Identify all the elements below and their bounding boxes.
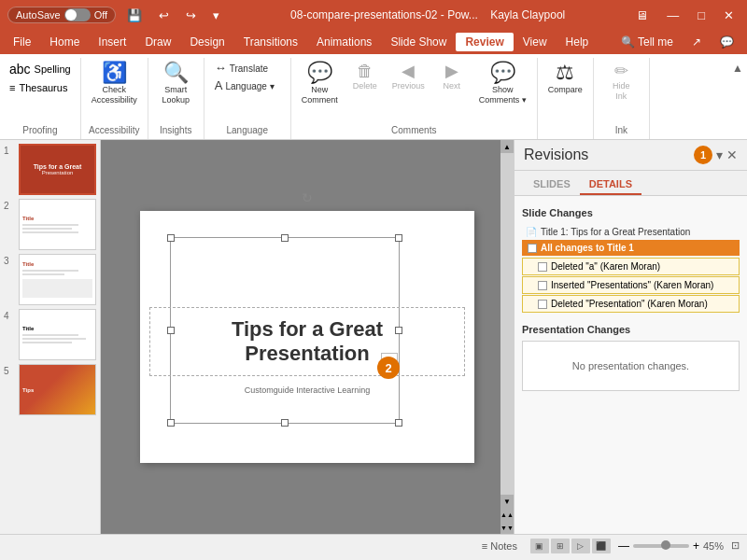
all-changes-bar[interactable]: All changes to Title 1 [522,240,740,256]
zoom-slider[interactable] [633,544,689,548]
revisions-body: Slide Changes 📄 Title 1: Tips for a Grea… [514,196,747,534]
menu-animations[interactable]: Animations [307,33,381,51]
smart-lookup-button[interactable]: 🔍 SmartLookup [157,60,194,108]
rotate-handle[interactable]: ↻ [302,190,313,205]
change-2-checkbox[interactable] [538,281,547,290]
all-changes-checkbox[interactable] [528,244,537,253]
slide-image-3[interactable]: Title [19,254,96,305]
rev-title-item[interactable]: 📄 Title 1: Tips for a Great Presentation [522,224,740,240]
save-button[interactable]: 💾 [121,7,148,24]
spelling-button[interactable]: abc Spelling [6,60,75,78]
ribbon-toggle-button[interactable]: 🖥 [630,7,654,24]
slide-thumb-4[interactable]: 4 Title [4,309,96,360]
menu-transitions[interactable]: Transitions [234,33,307,51]
slide-image-1[interactable]: Tips for a Great Presentation [19,144,96,195]
ribbon-group-proofing: abc Spelling ≡ Thesaurus Proofing [0,58,81,139]
menu-insert[interactable]: Insert [89,33,135,51]
slide-thumb-2[interactable]: 2 Title [4,199,96,250]
zoom-out-button[interactable]: — [618,539,629,553]
undo-button[interactable]: ↩ [153,7,175,24]
change-1-checkbox[interactable] [538,262,547,272]
slide-canvas[interactable]: ↻ Tips for a Great Presentation Customgu… [140,211,474,463]
slideshow-view-button[interactable]: ⬛ [592,539,611,553]
slide-thumb-3[interactable]: 3 Title [4,254,96,305]
revisions-panel: Revisions 1 ▾ ✕ SLIDES DETAILS Slide Cha… [514,140,747,534]
menu-help[interactable]: Help [557,33,599,51]
view-icons: ▣ ⊞ ▷ ⬛ [530,539,611,553]
thesaurus-button[interactable]: ≡ Thesaurus [6,80,71,95]
menu-review[interactable]: Review [456,33,513,51]
scroll-bottom-button[interactable]: ▼▼ [500,521,514,534]
comments-button[interactable]: 💬 [711,33,743,51]
tell-me[interactable]: 🔍 Tell me [612,33,683,51]
revisions-title: Revisions [524,147,588,163]
ribbon-group-language: ↔ Translate A Language ▾ Language [204,58,291,139]
new-comment-button[interactable]: 💬 NewComment [297,60,343,108]
normal-view-button[interactable]: ▣ [530,539,549,553]
rev-title-label: Title 1: Tips for a Great Presentation [541,227,690,237]
status-right: ≡ Notes ▣ ⊞ ▷ ⬛ — + 45% ⊡ [476,539,740,553]
accessibility-label: Accessibility [87,123,142,139]
ribbon-collapse-button[interactable]: ▲ [732,62,743,75]
slide-title[interactable]: Tips for a Great Presentation [149,307,465,376]
notes-label: Notes [490,540,517,552]
tab-details[interactable]: DETAILS [580,175,641,195]
menu-slideshow[interactable]: Slide Show [381,33,456,51]
next-comment-button[interactable]: ▶ Next [433,60,471,93]
slide-thumb-5[interactable]: 5 Tips [4,364,96,415]
delete-comment-button[interactable]: 🗑 Delete [346,60,384,93]
compare-button[interactable]: ⚖ Compare [543,60,587,97]
menu-file[interactable]: File [4,33,40,51]
main-area: 1 Tips for a Great Presentation 2 Title [0,140,747,534]
menu-design[interactable]: Design [180,33,233,51]
notes-button[interactable]: ≡ Notes [476,539,523,553]
title-bar-right: 🖥 — □ ✕ [630,7,740,24]
scroll-up-button[interactable]: ▲ [500,140,514,153]
change-item-3[interactable]: Deleted "Presentation" (Karen Moran) [522,295,740,313]
change-3-checkbox[interactable] [538,300,547,309]
revisions-panel-close[interactable]: ✕ [726,147,738,162]
language-button[interactable]: A Language ▾ [210,77,285,94]
change-item-2[interactable]: Inserted "Presentations" (Karen Moran) [522,276,740,294]
autosave-toggle[interactable] [64,8,91,21]
revisions-header: Revisions 1 ▾ ✕ [514,140,747,171]
ribbon-group-comments: 💬 NewComment 🗑 Delete ◀ Previous ▶ Next … [291,58,538,139]
ink-label: Ink [599,123,643,139]
share-button[interactable]: ↗ [683,33,711,51]
scroll-top-button[interactable]: ▲▲ [500,508,514,521]
autosave-badge[interactable]: AutoSave Off [7,7,116,23]
slide-image-4[interactable]: Title [19,309,96,360]
change-item-1[interactable]: Deleted "a" (Karen Moran) [522,258,740,275]
redo-button[interactable]: ↪ [180,7,202,24]
badge-2: 2 [377,357,400,379]
proofing-label: Proofing [6,123,75,139]
language-label: Language [210,123,285,139]
check-accessibility-button[interactable]: ♿ CheckAccessibility [87,60,142,108]
zoom-thumb[interactable] [661,540,670,550]
menu-view[interactable]: View [514,33,557,51]
slide-image-2[interactable]: Title [19,199,96,250]
slide-thumb-1[interactable]: 1 Tips for a Great Presentation [4,144,96,195]
reading-view-button[interactable]: ▷ [571,539,590,553]
translate-button[interactable]: ↔ Translate [210,60,285,77]
zoom-in-button[interactable]: + [693,539,699,553]
maximize-button[interactable]: □ [692,7,711,24]
tab-slides[interactable]: SLIDES [524,175,580,195]
autosave-label: AutoSave [16,9,61,21]
minimize-button[interactable]: — [661,7,684,24]
customize-button[interactable]: ▾ [207,7,225,24]
close-button[interactable]: ✕ [718,7,740,24]
menu-home[interactable]: Home [40,33,89,51]
menu-draw[interactable]: Draw [135,33,180,51]
fit-window-button[interactable]: ⊡ [731,539,740,552]
scroll-down-button[interactable]: ▼ [500,495,514,508]
slide-image-5[interactable]: Tips [19,364,96,415]
show-comments-button[interactable]: 💬 ShowComments ▾ [474,60,531,108]
comments-label: Comments [297,123,531,139]
hide-ink-button[interactable]: ✏ HideInk [602,60,640,105]
previous-comment-button[interactable]: ◀ Previous [388,60,430,93]
grid-view-button[interactable]: ⊞ [551,539,570,553]
revisions-panel-collapse[interactable]: ▾ [716,147,723,162]
title-bar: AutoSave Off 💾 ↩ ↪ ▾ 08-compare-presenta… [0,0,747,30]
zoom-level: 45% [703,540,724,552]
